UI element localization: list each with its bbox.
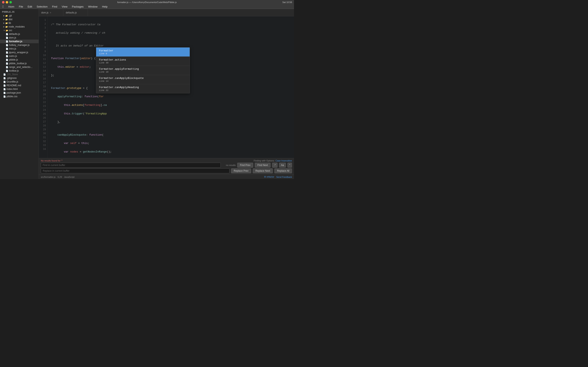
- quote-button[interactable]: ": [287, 163, 292, 167]
- menu-find[interactable]: Find: [51, 5, 58, 8]
- sidebar-item-jquery_wrapper[interactable]: 📄 jquery_wrapper.js: [0, 50, 39, 54]
- maximize-button[interactable]: [9, 1, 12, 3]
- autocomplete-item-0[interactable]: Formatter Line 6: [96, 48, 190, 57]
- autocomplete-item-1[interactable]: Formatter.actions Line 39: [96, 57, 190, 66]
- sidebar-label-hotkey_manager: hotkey_manager.js: [9, 44, 30, 47]
- menu-window[interactable]: Window: [87, 5, 98, 8]
- find-input[interactable]: [41, 163, 221, 167]
- menu-selection[interactable]: Selection: [36, 5, 48, 8]
- sidebar-item-dom[interactable]: 📄 dom.js: [0, 36, 39, 40]
- line-num-15: 15: [40, 73, 46, 77]
- menubar:  Atom File Edit Selection Find View Pac…: [0, 4, 294, 9]
- replace-prev-button[interactable]: Replace Prev: [231, 168, 251, 173]
- window-title: formatter.js — /Users/Kerry/Documents/Co…: [117, 1, 177, 3]
- sidebar: PIBBLE.JS ▶ 📁 .git ▶ 📁 dist ▶ 📁 lib ▶ 📁 …: [0, 9, 39, 179]
- sidebar-item-index_html[interactable]: 📄 index.html: [0, 87, 39, 91]
- sidebar-item-node_modules[interactable]: ▶ 📁 node_modules: [0, 25, 39, 29]
- line-num-29: 29: [40, 128, 46, 132]
- replace-input[interactable]: [41, 168, 229, 173]
- sidebar-item-gruntfile[interactable]: 📄 Gruntfile.js: [0, 80, 39, 83]
- find-bar: No results found for "" Finding with Opt…: [39, 158, 294, 175]
- sidebar-item-intro[interactable]: 📄 intro.js: [0, 47, 39, 50]
- sidebar-label-pibble_css: pibble.css: [7, 95, 17, 98]
- menu-view[interactable]: View: [61, 5, 68, 8]
- case-insensitive-label: Case Insensitive: [276, 159, 292, 162]
- replace-next-button[interactable]: Replace Next: [253, 168, 273, 173]
- menu-file[interactable]: File: [18, 5, 24, 8]
- sidebar-label-index_html: index.html: [7, 88, 18, 91]
- menu-help[interactable]: Help: [101, 5, 108, 8]
- find-no-results-badge: no results: [222, 164, 236, 166]
- line-num-20: 20: [40, 93, 46, 97]
- autocomplete-item-2[interactable]: Formatter.applyFormatting Line 10: [96, 66, 190, 75]
- chevron-right-icon: ▶: [3, 18, 5, 20]
- sidebar-item-pibble_toolbar[interactable]: 📄 pibble_toolbar.js: [0, 62, 39, 65]
- sidebar-item-hotkey_manager[interactable]: 📄 hotkey_manager.js: [0, 43, 39, 47]
- regex-button[interactable]: .*: [272, 163, 277, 167]
- autocomplete-item-line-1: Line 39: [99, 62, 187, 64]
- code-editor[interactable]: Formatter Line 6 Formatter.actions Line …: [39, 16, 294, 158]
- chevron-down-icon: ▼: [3, 29, 5, 31]
- sidebar-label-formatter: formatter.js: [9, 40, 22, 43]
- file-icon: 📄: [3, 84, 6, 87]
- folder-icon: 📁: [5, 18, 8, 21]
- line-num-30: 30: [40, 132, 46, 136]
- statusbar: src/formatter.js 6,29 JavaScript ⚙ refac…: [39, 175, 294, 179]
- sidebar-item-defaults[interactable]: 📄 defaults.js: [0, 32, 39, 36]
- sidebar-item-outro[interactable]: 📄 outro.js: [0, 54, 39, 58]
- sidebar-label-node_modules: node_modules: [9, 25, 25, 28]
- statusbar-position: 6,29: [58, 176, 62, 178]
- apple-menu[interactable]: : [2, 4, 4, 9]
- sidebar-item-gitignore[interactable]: 📄 .gitignore: [0, 76, 39, 80]
- sidebar-item-pibble_css[interactable]: 📄 pibble.css: [0, 95, 39, 98]
- tab-dom-close[interactable]: ×: [50, 11, 51, 14]
- line-num-33: 33: [40, 143, 46, 147]
- line-num-5: 5: [40, 34, 46, 38]
- sidebar-label-jquery_wrapper: jquery_wrapper.js: [9, 51, 28, 54]
- file-icon: 📄: [6, 44, 8, 46]
- menu-packages[interactable]: Packages: [71, 5, 84, 8]
- send-feedback-button[interactable]: Send Feedback: [276, 176, 292, 178]
- autocomplete-dropdown[interactable]: Formatter Line 6 Formatter.actions Line …: [96, 47, 190, 93]
- minimize-button[interactable]: [6, 1, 8, 3]
- chevron-right-icon: ▶: [3, 15, 5, 17]
- tab-dom[interactable]: dom.js ×: [39, 9, 63, 16]
- sidebar-item-package_json[interactable]: 📄 package.json: [0, 91, 39, 95]
- code-line-12: this.actions[formatting].ca: [51, 103, 291, 108]
- line-num-14: 14: [40, 69, 46, 73]
- line-num-2: 2: [40, 22, 46, 26]
- case-button[interactable]: Aa: [279, 163, 286, 167]
- refactor-button[interactable]: ⚙ refactor: [264, 175, 274, 178]
- sidebar-item-ds_store[interactable]: 📄 .DS_Store: [0, 73, 39, 76]
- menu-edit[interactable]: Edit: [27, 5, 33, 8]
- sidebar-label-intro: intro.js: [9, 47, 16, 50]
- menu-atom[interactable]: Atom: [7, 5, 15, 8]
- line-num-10: 10: [40, 54, 46, 58]
- sidebar-item-range_and_selection[interactable]: 📄 range_and_selectio...: [0, 65, 39, 69]
- tab-defaults[interactable]: defaults.js: [63, 9, 88, 16]
- sidebar-item-toolbar[interactable]: 📄 toolbar.js: [0, 69, 39, 73]
- find-next-button[interactable]: Find Next: [255, 163, 270, 167]
- code-line-1: /* The Formatter constructor ta: [51, 23, 291, 27]
- sidebar-label-package_json: package.json: [7, 91, 21, 94]
- close-button[interactable]: [2, 1, 4, 3]
- line-num-21: 21: [40, 97, 46, 100]
- sidebar-item-src[interactable]: ▼ 📂 src: [0, 29, 39, 32]
- line-num-34: 34: [40, 147, 46, 151]
- sidebar-item-pibble[interactable]: 📄 pibble.js: [0, 58, 39, 62]
- autocomplete-item-3[interactable]: Formatter.canApplyBlockquote Line 14: [96, 75, 190, 84]
- sidebar-label-dist: dist: [9, 18, 12, 21]
- line-num-4: 4: [40, 30, 46, 34]
- sidebar-item-formatter[interactable]: 📄 formatter.js: [0, 40, 39, 43]
- autocomplete-item-name-0: Formatter: [99, 49, 187, 52]
- autocomplete-item-4[interactable]: Formatter.canApplyHeading Line 22: [96, 84, 190, 93]
- titlebar: formatter.js — /Users/Kerry/Documents/Co…: [0, 0, 294, 4]
- line-num-1: 1: [40, 18, 46, 22]
- find-prev-button[interactable]: Find Prev: [237, 163, 253, 167]
- sidebar-item-dist[interactable]: ▶ 📁 dist: [0, 17, 39, 21]
- sidebar-item-readme[interactable]: 📄 README.md: [0, 83, 39, 87]
- replace-all-button[interactable]: Replace All: [274, 168, 292, 173]
- folder-icon: 📁: [5, 26, 8, 28]
- sidebar-item-git[interactable]: ▶ 📁 .git: [0, 14, 39, 17]
- sidebar-item-lib[interactable]: ▶ 📁 lib: [0, 21, 39, 25]
